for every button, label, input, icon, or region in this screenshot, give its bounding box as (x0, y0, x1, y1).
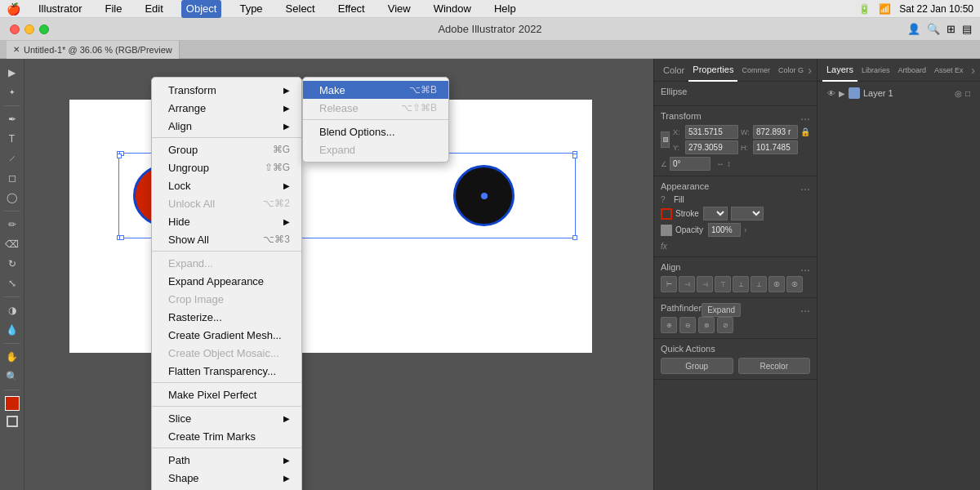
menu-object[interactable]: Object (181, 0, 222, 18)
menu-item-rasterize[interactable]: Rasterize... (152, 308, 301, 326)
menu-item-show-all[interactable]: Show All ⌥⌘3 (152, 230, 301, 248)
flip-v-icon[interactable]: ↕ (727, 159, 731, 168)
menu-effect[interactable]: Effect (333, 0, 370, 18)
handle-ml[interactable] (117, 154, 122, 158)
distribute-v-btn[interactable]: ⦿ (786, 276, 803, 292)
blend-submenu[interactable]: Make ⌥⌘B Release ⌥⇧⌘B Blend Options... E… (302, 77, 449, 163)
align-more-icon[interactable]: ··· (800, 263, 810, 276)
eyedropper-tool[interactable]: 💧 (3, 321, 21, 339)
hand-tool[interactable]: ✋ (3, 348, 21, 366)
handle-tr[interactable] (572, 151, 577, 156)
rotate-tool[interactable]: ↻ (3, 255, 21, 273)
menu-select[interactable]: Select (281, 0, 320, 18)
group-button[interactable]: Group (661, 358, 733, 374)
menu-item-flatten-transparency[interactable]: Flatten Transparency... (152, 362, 301, 380)
menu-item-make-pixel-perfect[interactable]: Make Pixel Perfect (152, 385, 301, 403)
minimize-button[interactable] (24, 24, 34, 34)
layer-target-icon[interactable]: ◎ (955, 89, 962, 98)
stroke-color[interactable] (7, 416, 18, 427)
menu-item-arrange[interactable]: Arrange ▶ (152, 99, 301, 117)
opacity-input[interactable] (708, 223, 741, 237)
type-tool[interactable]: T (3, 130, 21, 148)
w-input[interactable] (753, 125, 798, 139)
tab-artboard[interactable]: Artboard (894, 59, 931, 82)
menu-item-lock[interactable]: Lock ▶ (152, 176, 301, 194)
tab-color[interactable]: Color (659, 59, 688, 82)
transform-origin-icon[interactable] (661, 131, 670, 148)
lock-icon[interactable]: 🔒 (800, 127, 810, 136)
distribute-h-btn[interactable]: ⦿ (768, 276, 785, 292)
menu-item-transform[interactable]: Transform ▶ (152, 81, 301, 99)
tab-asset-ex[interactable]: Asset Ex (930, 59, 968, 82)
black-circle[interactable] (453, 165, 514, 226)
pencil-tool[interactable]: ✏ (3, 216, 21, 234)
menu-item-create-gradient-mesh[interactable]: Create Gradient Mesh... (152, 326, 301, 344)
stroke-type-select[interactable] (731, 207, 764, 220)
tab-libraries[interactable]: Libraries (858, 59, 894, 82)
pathfinder-more-icon[interactable]: ··· (800, 304, 810, 317)
menu-item-path[interactable]: Path ▶ (152, 451, 301, 469)
minus-front-btn[interactable]: ⊖ (679, 317, 696, 333)
close-tab-icon[interactable]: ✕ (13, 45, 20, 54)
menu-item-pattern[interactable]: Pattern ▶ (152, 487, 301, 490)
select-tool[interactable]: ▶ (3, 64, 21, 82)
menu-file[interactable]: File (100, 0, 127, 18)
menu-item-shape[interactable]: Shape ▶ (152, 469, 301, 487)
layer-lock-icon[interactable]: □ (965, 89, 970, 98)
line-tool[interactable]: ⟋ (3, 149, 21, 167)
exclude-btn[interactable]: ⊘ (717, 317, 733, 333)
ellipse-tool[interactable]: ◯ (3, 189, 21, 207)
handle-tm[interactable] (119, 151, 124, 156)
handle-br[interactable] (572, 235, 577, 240)
layer-item[interactable]: 👁 ▶ Layer 1 ◎ □ (822, 85, 975, 101)
menu-edit[interactable]: Edit (140, 0, 167, 18)
tab-properties[interactable]: Properties (688, 59, 737, 82)
fx-button[interactable]: fx (661, 242, 667, 251)
menu-item-ungroup[interactable]: Ungroup ⇧⌘G (152, 158, 301, 176)
menu-type[interactable]: Type (234, 0, 267, 18)
intersect-btn[interactable]: ⊗ (698, 317, 715, 333)
menu-illustrator[interactable]: Illustrator (33, 0, 87, 18)
menu-item-group[interactable]: Group ⌘G (152, 140, 301, 158)
handle-mr[interactable] (572, 154, 577, 158)
menu-item-expand[interactable]: Expand... (152, 254, 301, 272)
menu-item-create-object-mosaic[interactable]: Create Object Mosaic... (152, 344, 301, 362)
panel-overflow-icon[interactable]: › (808, 64, 812, 77)
search-icon[interactable]: 🔍 (927, 23, 940, 35)
pathfinder-expand-button[interactable]: Expand (702, 303, 741, 317)
menu-item-create-trim-marks[interactable]: Create Trim Marks (152, 427, 301, 445)
blend-release-item[interactable]: Release ⌥⇧⌘B (303, 99, 448, 117)
x-input[interactable] (685, 125, 738, 139)
layers-overflow-icon[interactable]: › (971, 64, 975, 77)
align-left-btn[interactable]: ⊢ (661, 276, 677, 292)
stroke-select[interactable] (703, 207, 728, 220)
layer-expand-icon[interactable]: ▶ (839, 89, 845, 98)
stroke-swatch[interactable] (661, 208, 672, 220)
user-icon[interactable]: 👤 (907, 23, 920, 35)
align-center-v-btn[interactable]: ⊥ (733, 276, 749, 292)
angle-input[interactable] (670, 157, 710, 171)
rect-tool[interactable]: ◻ (3, 169, 21, 187)
menu-help[interactable]: Help (489, 0, 521, 18)
arrange-icon[interactable]: ⊞ (947, 23, 956, 35)
appearance-more-icon[interactable]: ··· (800, 182, 810, 195)
object-dropdown-menu[interactable]: Transform ▶ Arrange ▶ Align ▶ Group ⌘G U… (151, 77, 302, 490)
y-input[interactable] (685, 140, 738, 154)
blend-expand-item[interactable]: Expand (303, 140, 448, 158)
close-button[interactable] (10, 24, 20, 34)
opacity-arrow-icon[interactable]: › (744, 225, 746, 234)
scale-tool[interactable]: ⤡ (3, 274, 21, 292)
menu-item-expand-appearance[interactable]: Expand Appearance (152, 272, 301, 290)
h-input[interactable] (753, 140, 798, 154)
blend-make-item[interactable]: Make ⌥⌘B (303, 81, 448, 99)
blend-tool[interactable]: ◑ (3, 301, 21, 319)
apple-menu-icon[interactable]: 🍎 (7, 2, 20, 16)
transform-more-icon[interactable]: ··· (800, 112, 810, 125)
handle-tl[interactable] (117, 151, 122, 156)
align-center-h-btn[interactable]: ⊣ (679, 276, 695, 292)
fill-color[interactable] (5, 396, 20, 411)
menu-item-unlock-all[interactable]: Unlock All ⌥⌘2 (152, 194, 301, 212)
eraser-tool[interactable]: ⌫ (3, 235, 21, 253)
fullscreen-button[interactable] (39, 24, 49, 34)
menu-item-hide[interactable]: Hide ▶ (152, 212, 301, 230)
